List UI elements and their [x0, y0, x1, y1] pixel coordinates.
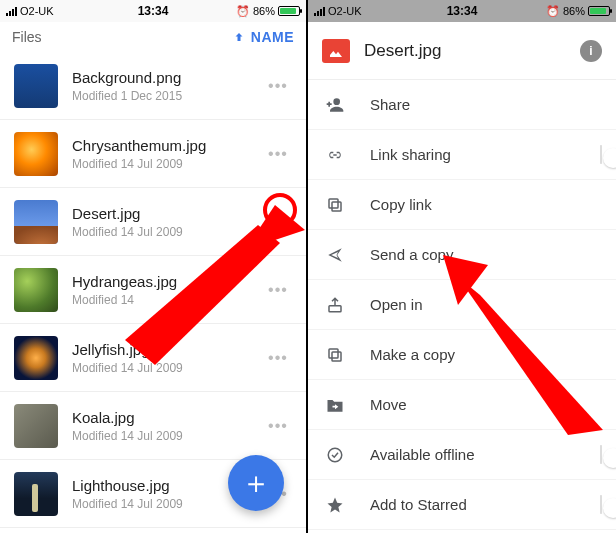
action-label: Available offline	[370, 446, 475, 463]
fab-add-button[interactable]: ＋	[228, 455, 284, 511]
action-label: Share	[370, 96, 410, 113]
more-button[interactable]: •••	[262, 213, 294, 231]
starred-toggle[interactable]	[600, 495, 602, 514]
battery-icon	[588, 6, 610, 16]
action-label: Make a copy	[370, 346, 455, 363]
thumbnail	[14, 268, 58, 312]
list-item[interactable]: Jellyfish.jpg Modified 14 Jul 2009 •••	[0, 324, 306, 392]
more-button[interactable]: •••	[262, 349, 294, 367]
image-badge-icon	[322, 39, 350, 63]
thumbnail	[14, 404, 58, 448]
clock-label: 13:34	[0, 4, 306, 18]
action-add-starred[interactable]: Add to Starred	[308, 480, 616, 530]
file-modified: Modified 14 Jul 2009	[72, 361, 262, 375]
open-in-icon	[322, 296, 348, 314]
svg-rect-3	[332, 202, 341, 211]
list-item[interactable]: Hydrangeas.jpg Modified 14 •••	[0, 256, 306, 324]
action-label: Move	[370, 396, 407, 413]
action-copy-link[interactable]: Copy link	[308, 180, 616, 230]
thumbnail	[14, 132, 58, 176]
info-button[interactable]: i	[580, 40, 602, 62]
star-icon	[322, 496, 348, 514]
svg-rect-6	[332, 352, 341, 361]
file-name: Jellyfish.jpg	[72, 341, 262, 358]
action-label: Open in	[370, 296, 423, 313]
arrow-up-icon	[233, 31, 245, 43]
detail-pane: O2-UK 13:34 ⏰ 86% Desert.jpg i Share	[308, 0, 616, 533]
file-modified: Modified 1 Dec 2015	[72, 89, 262, 103]
more-icon: •••	[268, 417, 288, 435]
svg-rect-4	[329, 199, 338, 208]
action-label: Link sharing	[370, 146, 451, 163]
file-name: Koala.jpg	[72, 409, 262, 426]
files-header: Files NAME	[0, 22, 306, 52]
files-pane: O2-UK 13:34 ⏰ 86% Files NAME Background.…	[0, 0, 308, 533]
more-icon: •••	[268, 213, 288, 231]
list-item[interactable]: Background.png Modified 1 Dec 2015 •••	[0, 52, 306, 120]
send-icon	[322, 246, 348, 264]
action-label: Send a copy	[370, 246, 453, 263]
action-move[interactable]: Move	[308, 380, 616, 430]
clock-label: 13:34	[308, 4, 616, 18]
file-name: Chrysanthemum.jpg	[72, 137, 262, 154]
file-name: Desert.jpg	[72, 205, 262, 222]
status-bar: O2-UK 13:34 ⏰ 86%	[308, 0, 616, 22]
duplicate-icon	[322, 346, 348, 364]
more-button[interactable]: •••	[262, 281, 294, 299]
action-label: Add to Starred	[370, 496, 467, 513]
svg-point-8	[328, 448, 342, 462]
action-open-in[interactable]: Open in	[308, 280, 616, 330]
link-icon	[322, 145, 348, 165]
file-name: Hydrangeas.jpg	[72, 273, 262, 290]
folder-move-icon	[322, 396, 348, 414]
file-name: Background.png	[72, 69, 262, 86]
thumbnail	[14, 64, 58, 108]
action-send-copy[interactable]: Send a copy	[308, 230, 616, 280]
more-icon: •••	[268, 349, 288, 367]
person-add-icon	[322, 95, 348, 115]
action-available-offline[interactable]: Available offline	[308, 430, 616, 480]
action-label: Copy link	[370, 196, 432, 213]
status-bar: O2-UK 13:34 ⏰ 86%	[0, 0, 306, 22]
plus-icon: ＋	[241, 468, 271, 498]
offline-toggle[interactable]	[600, 445, 602, 464]
list-item[interactable]: Desert.jpg Modified 14 Jul 2009 •••	[0, 188, 306, 256]
more-button[interactable]: •••	[262, 77, 294, 95]
file-modified: Modified 14 Jul 2009	[72, 429, 262, 443]
copy-icon	[322, 196, 348, 214]
link-sharing-toggle[interactable]	[600, 145, 602, 164]
action-link-sharing[interactable]: Link sharing	[308, 130, 616, 180]
file-modified: Modified 14	[72, 293, 262, 307]
list-item[interactable]: Koala.jpg Modified 14 Jul 2009 •••	[0, 392, 306, 460]
sort-label: NAME	[251, 29, 294, 45]
thumbnail	[14, 472, 58, 516]
more-icon: •••	[268, 145, 288, 163]
files-header-label: Files	[12, 29, 42, 45]
sort-button[interactable]: NAME	[233, 29, 294, 45]
more-icon: •••	[268, 77, 288, 95]
more-icon: •••	[268, 281, 288, 299]
file-modified: Modified 14 Jul 2009	[72, 225, 262, 239]
battery-icon	[278, 6, 300, 16]
svg-point-2	[333, 98, 340, 105]
svg-rect-5	[329, 305, 341, 311]
offline-icon	[322, 446, 348, 464]
svg-rect-7	[329, 349, 338, 358]
more-button[interactable]: •••	[262, 417, 294, 435]
action-make-copy[interactable]: Make a copy	[308, 330, 616, 380]
action-share[interactable]: Share	[308, 80, 616, 130]
more-button[interactable]: •••	[262, 145, 294, 163]
info-icon: i	[589, 44, 592, 58]
list-item[interactable]: Chrysanthemum.jpg Modified 14 Jul 2009 •…	[0, 120, 306, 188]
sheet-header: Desert.jpg i	[308, 22, 616, 80]
thumbnail	[14, 336, 58, 380]
file-modified: Modified 14 Jul 2009	[72, 157, 262, 171]
file-title: Desert.jpg	[364, 41, 566, 61]
thumbnail	[14, 200, 58, 244]
